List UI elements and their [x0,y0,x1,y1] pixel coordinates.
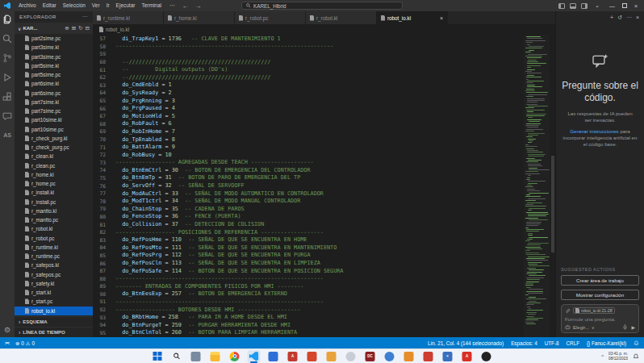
problems-indicator[interactable]: ⊗0 ⚠0 [15,340,35,346]
chrome-icon[interactable] [230,352,240,361]
code-line[interactable]: 79 do_ChainStop = 35 -- CADENA DE PAROS [93,205,555,213]
file-tree-item[interactable]: part3sime.pc [15,52,93,61]
code-line[interactable]: 63 do_CmdEnbld = 1 [93,81,555,90]
vscode-taskbar-icon[interactable] [249,352,259,361]
file-tree-item[interactable]: r_start.kl [15,288,93,297]
code-line[interactable]: 95 do_BtnClnTol = 260 -- BOTON PARA LIMP… [93,329,555,337]
code-line[interactable]: 68 do_RobFault = 6 [93,120,555,128]
code-line[interactable]: 72 do_RobBusy = 10 [93,151,555,159]
tray-clock[interactable]: 03:41 p. m. 08/12/2023 [608,352,628,361]
chat-icon[interactable] [2,111,13,121]
code-line[interactable]: 80 do_FenceStop = 36 -- FENCE (PUERTA) [93,213,555,221]
menu-item-ir[interactable]: Ir [103,0,113,11]
code-line[interactable]: 84 do_RefPosMto = 111 -- SEÑAL DE QUE SE… [93,244,555,252]
toggle-sidebar-icon[interactable] [558,3,565,9]
code-line[interactable]: 62 --///////////////////////////////////… [93,73,555,81]
notifications-bell-icon[interactable] [634,340,639,346]
mic-icon[interactable] [622,324,628,330]
file-tree-item[interactable]: part6sime.kl [15,79,93,88]
file-tree-item[interactable]: part10sime.kl [15,115,93,124]
file-tree-item[interactable]: r_check_purg.pc [15,143,93,152]
editor-tab[interactable]: robot_io.kl× [377,11,448,24]
breadcrumb[interactable]: robot_io.kl [93,24,555,35]
file-explorer-icon[interactable] [211,352,220,361]
menu-more[interactable]: ⋯ [166,0,178,11]
code-line[interactable]: 89 -------- ENTRADAS DE COMPONENTES FISI… [93,282,555,290]
minimize-button[interactable]: — [607,3,617,9]
file-tree-item[interactable]: r_install.pc [15,198,93,207]
file-tree-item[interactable]: r_safepos.pc [15,270,93,279]
explorer-more-icon[interactable]: ⋯ [82,14,88,20]
file-tree-item[interactable]: robot_io.kl [15,307,93,315]
file-tree-item[interactable]: part7sime.kl [15,98,93,106]
code-line[interactable]: 69 do_RobInHome = 7 [93,127,555,136]
code-line[interactable]: 75 do_BtnEmTp = 31 -- BOTON DE PARO DE E… [93,174,555,182]
file-tree-item[interactable]: part5sime.kl [15,61,93,70]
chat-close-icon[interactable]: × [636,15,639,20]
code-line[interactable]: 57 di_TrapKey1 = 1736 -- CLAVE DE MANTEN… [93,35,555,43]
code-line[interactable]: 77 do_ModAuCtrl = 33 -- SEÑAL DE MODO AU… [93,190,555,198]
run-debug-icon[interactable] [2,72,13,82]
taskbar-app-icon[interactable] [269,352,278,361]
menu-item-ver[interactable]: Ver [89,0,103,11]
code-editor[interactable]: 57 di_TrapKey1 = 1736 -- CLAVE DE MANTEN… [93,35,555,337]
file-tree-item[interactable]: r_home.pc [15,179,93,188]
code-line[interactable]: 88 -------------------------------------… [93,274,555,282]
file-tree-item[interactable]: part3sime.kl [15,43,93,52]
file-tree-item[interactable]: part2sime.pc [15,34,93,43]
source-control-icon[interactable] [2,52,13,63]
back-arrow-icon[interactable]: ← [180,2,191,10]
chat-more-icon[interactable]: ⋯ [626,15,632,21]
code-line[interactable]: 58 -------------------------------------… [93,43,555,51]
code-line[interactable]: 70 do_TpEnabled = 8 [93,136,555,144]
file-tree-item[interactable]: r_robot.pc [15,234,93,243]
file-tree-item[interactable]: r_safety.kl [15,279,93,288]
menu-item-ejecutar[interactable]: Ejecutar [113,0,139,11]
code-line[interactable]: 73 ------------------ AGREGADAS DESDE TE… [93,159,555,167]
file-tree-item[interactable]: r_runtime.pc [15,252,93,261]
file-tree-item[interactable]: r_install.kl [15,188,93,197]
toggle-panel-icon[interactable] [570,3,576,9]
new-chat-icon[interactable]: + [610,15,613,20]
file-tree-item[interactable]: part7sime.pc [15,106,93,115]
status-item[interactable]: CRLF [567,340,579,346]
file-tree-item[interactable]: r_start.pc [15,297,93,306]
taskbar-app-icon[interactable] [327,352,337,361]
taskbar-app-icon[interactable] [307,352,317,361]
collapse-all-icon[interactable]: ⊟ [86,25,90,31]
file-tree-item[interactable]: part6sime.pc [15,89,93,98]
code-line[interactable]: 60 --///////////////////////////////////… [93,58,555,66]
editor-tab[interactable]: r_runtime.kl [93,11,164,24]
chat-history-icon[interactable]: ↺ [617,15,622,21]
maximize-button[interactable] [622,3,627,8]
toggle-secondary-sidebar-icon[interactable] [581,3,588,9]
show-configuration-button[interactable]: Mostrar configuración [561,290,639,300]
file-tree-item[interactable]: r_mantto.pc [15,215,93,224]
taskbar-search-icon[interactable] [172,352,182,361]
settings-gear-icon[interactable]: ⚙ [4,326,10,334]
taskbar-app-icon[interactable] [404,352,414,361]
taskbar-app-icon[interactable]: A [462,352,472,361]
taskbar-app-icon[interactable] [385,352,395,361]
code-line[interactable]: 93 do_BRbtHome = 258 -- PARA IR A HOME D… [93,313,555,321]
new-folder-icon[interactable]: ⊞ [72,25,76,31]
code-line[interactable]: 74 do_BtnEmCtrl = 30 -- BOTON DE EMERGEN… [93,166,555,174]
code-line[interactable]: 66 do_PrgPaused = 4 [93,104,555,112]
outline-section[interactable]: › ESQUEMA [15,316,93,327]
scrollbar-thumb[interactable] [551,156,554,252]
code-line[interactable]: 87 do_RefPoSafe = 114 -- BOTON DE QUE SE… [93,267,555,275]
code-line[interactable]: 83 do_RefPosHme = 110 -- SEÑAL DE QUE SE… [93,236,555,244]
files-icon[interactable] [2,14,13,24]
status-item[interactable]: Espacios: 4 [511,340,537,346]
code-line[interactable]: 59 [93,50,555,58]
file-tree-item[interactable]: r_home.kl [15,170,93,179]
forward-arrow-icon[interactable]: → [193,2,204,10]
menu-item-terminal[interactable]: Terminal [138,0,165,11]
file-tree-item[interactable]: r_runtime.kl [15,243,93,252]
attach-context-icon[interactable] [565,308,571,314]
file-tree-item[interactable]: r_clean.pc [15,161,93,170]
as-extension-icon[interactable]: AS [2,130,13,140]
file-tree-item[interactable]: r_clean.kl [15,152,93,161]
code-line[interactable]: 90 do_BtnEesExp = 257 -- BOTON DE EMERGE… [93,290,555,298]
taskbar-app-icon[interactable]: DC [366,352,375,361]
